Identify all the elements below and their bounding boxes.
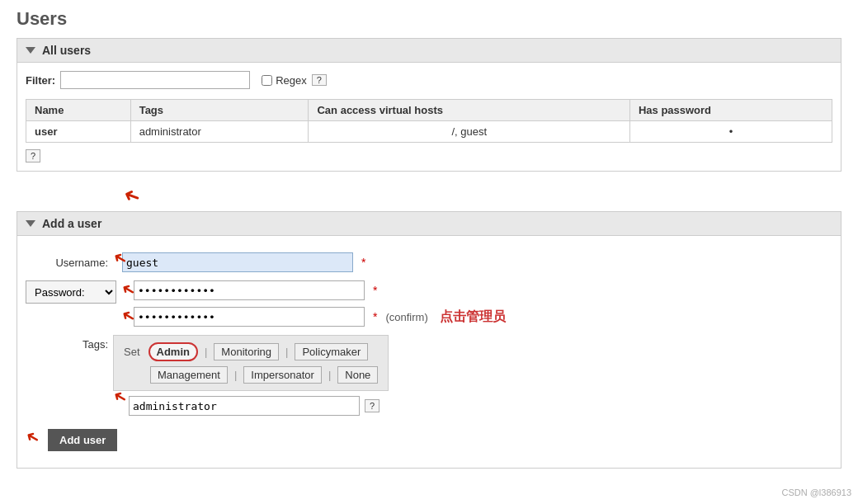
all-users-header[interactable]: All users bbox=[16, 38, 842, 62]
tags-input-row: ➜ ? bbox=[113, 396, 389, 416]
username-input[interactable] bbox=[122, 252, 353, 272]
set-label: Set bbox=[124, 346, 140, 358]
watermark: CSDN @l386913 bbox=[781, 488, 851, 490]
add-user-button[interactable]: Add user bbox=[48, 429, 117, 451]
add-user-section: Add a user Username: ➜ * Password: bbox=[16, 211, 842, 469]
tags-panel: Set Admin | Monitoring | Policymaker Man… bbox=[113, 335, 389, 391]
all-users-section: All users Filter: Regex ? Name Tags bbox=[16, 38, 842, 172]
chinese-hint: 点击管理员 bbox=[440, 309, 506, 326]
user-name-cell: user bbox=[26, 121, 131, 143]
tag-management-button[interactable]: Management bbox=[150, 366, 228, 384]
user-vhosts-cell: /, guest bbox=[309, 121, 629, 143]
password-required-star: * bbox=[373, 284, 377, 297]
collapse-triangle-icon bbox=[26, 47, 35, 54]
tag-sep-4: | bbox=[328, 369, 331, 381]
col-has-password: Has password bbox=[629, 100, 832, 121]
tag-monitoring-button[interactable]: Monitoring bbox=[214, 343, 279, 360]
add-user-btn-row: ➜ Add user bbox=[26, 424, 832, 451]
tags-right: Set Admin | Monitoring | Policymaker Man… bbox=[113, 335, 389, 416]
tags-buttons-row-2: Management | Impersonator | None bbox=[124, 366, 378, 384]
username-row: Username: ➜ * bbox=[26, 252, 832, 272]
password-confirm-input[interactable] bbox=[134, 307, 365, 327]
all-users-body: Filter: Regex ? Name Tags Can access vir… bbox=[16, 62, 842, 172]
tag-impersonator-button[interactable]: Impersonator bbox=[243, 366, 322, 384]
password-type-select[interactable]: Password: bbox=[26, 280, 116, 304]
password-input[interactable] bbox=[134, 280, 365, 300]
tags-help-button[interactable]: ? bbox=[365, 399, 380, 412]
all-users-label: All users bbox=[42, 44, 91, 57]
add-user-body: Username: ➜ * Password: ➜ bbox=[16, 235, 842, 469]
password-fields: ➜ * ➜ * (confirm) 点击管理员 bbox=[121, 280, 506, 327]
filter-help-link[interactable]: ? bbox=[312, 74, 327, 86]
regex-checkbox-label[interactable]: Regex bbox=[262, 74, 307, 87]
tag-policymaker-button[interactable]: Policymaker bbox=[295, 343, 368, 360]
tag-admin-button[interactable]: Admin bbox=[148, 342, 198, 361]
filter-label: Filter: bbox=[26, 74, 55, 87]
regex-label: Regex bbox=[276, 74, 307, 87]
tags-input[interactable] bbox=[129, 396, 360, 416]
add-user-label: Add a user bbox=[42, 217, 101, 230]
confirm-label: (confirm) bbox=[385, 311, 427, 323]
tag-sep-1: | bbox=[205, 346, 207, 358]
regex-checkbox[interactable] bbox=[262, 75, 272, 86]
filter-input[interactable] bbox=[60, 71, 250, 89]
username-label: Username: bbox=[26, 257, 108, 269]
tags-row: Tags: Set Admin | Monitoring | Policymak… bbox=[26, 335, 832, 416]
add-user-triangle-icon bbox=[26, 220, 35, 227]
user-password-cell: • bbox=[629, 121, 832, 143]
users-table: Name Tags Can access virtual hosts Has p… bbox=[26, 99, 832, 143]
filter-row: Filter: Regex ? bbox=[26, 71, 832, 89]
page-title: Users bbox=[16, 8, 842, 30]
table-header-row: Name Tags Can access virtual hosts Has p… bbox=[26, 100, 832, 121]
col-tags: Tags bbox=[130, 100, 309, 121]
tags-label: Tags: bbox=[26, 335, 108, 351]
table-help-button[interactable]: ? bbox=[26, 149, 40, 163]
confirm-required-star: * bbox=[373, 310, 377, 323]
add-user-header[interactable]: Add a user bbox=[16, 211, 842, 235]
username-required-star: * bbox=[361, 256, 365, 269]
table-row[interactable]: user administrator /, guest • bbox=[26, 121, 832, 143]
col-virtual-hosts: Can access virtual hosts bbox=[309, 100, 629, 121]
password-row: Password: ➜ * ➜ * bbox=[26, 280, 832, 327]
tags-buttons-row: Set Admin | Monitoring | Policymaker bbox=[124, 342, 378, 361]
tag-sep-2: | bbox=[285, 346, 288, 358]
add-user-form: Username: ➜ * Password: ➜ bbox=[26, 244, 832, 459]
col-name: Name bbox=[26, 100, 131, 121]
user-tags-cell: administrator bbox=[130, 121, 309, 143]
tag-sep-3: | bbox=[234, 369, 237, 381]
tag-none-button[interactable]: None bbox=[337, 366, 378, 384]
